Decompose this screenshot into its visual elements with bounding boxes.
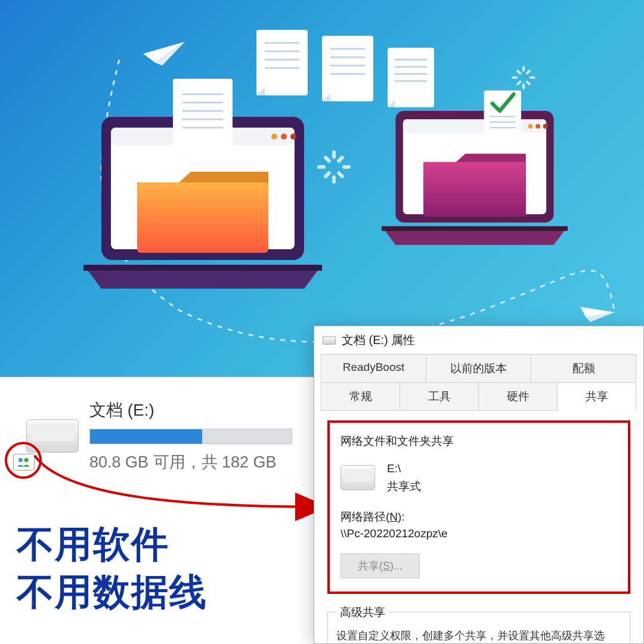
caption-line-1: 不用软件 — [17, 519, 169, 569]
network-share-section: 网络文件和文件夹共享 E:\ 共享式 网络路径(N): \\Pc-2022021… — [327, 420, 630, 594]
svg-rect-30 — [522, 66, 525, 72]
svg-rect-33 — [512, 76, 518, 79]
svg-rect-24 — [342, 165, 351, 169]
tab-sharing[interactable]: 共享 — [557, 382, 636, 411]
svg-rect-47 — [173, 79, 233, 156]
svg-rect-61 — [423, 162, 526, 217]
drive-icon — [340, 465, 375, 490]
svg-point-56 — [528, 124, 533, 129]
svg-rect-25 — [317, 165, 326, 169]
share-section-title: 网络文件和文件夹共享 — [340, 434, 617, 449]
svg-point-58 — [543, 124, 548, 129]
tab-hardware[interactable]: 硬件 — [478, 382, 558, 411]
drive-icon — [323, 336, 336, 345]
share-state: 共享式 — [387, 478, 421, 496]
svg-rect-32 — [530, 76, 535, 79]
svg-rect-36 — [525, 80, 531, 86]
tab-quota[interactable]: 配额 — [531, 354, 636, 382]
svg-marker-45 — [83, 265, 322, 271]
advanced-sharing-title: 高级共享 — [336, 605, 389, 620]
svg-rect-31 — [522, 83, 525, 89]
storage-text: 80.8 GB 可用，共 182 GB — [89, 451, 292, 473]
hero-illustration — [0, 0, 644, 377]
drive-icon — [18, 413, 83, 467]
svg-rect-55 — [403, 119, 546, 133]
dialog-title-bar: 文档 (E:) 属性 — [314, 326, 643, 354]
svg-rect-34 — [525, 69, 531, 75]
svg-point-41 — [271, 134, 277, 140]
share-drive-path: E:\ — [387, 460, 421, 478]
svg-rect-26 — [336, 155, 345, 163]
svg-rect-27 — [323, 171, 332, 179]
svg-rect-23 — [332, 175, 336, 184]
svg-marker-2 — [577, 298, 615, 327]
svg-rect-16 — [388, 48, 434, 107]
share-button[interactable]: 共享(S)... — [340, 553, 420, 578]
properties-dialog: 文档 (E:) 属性 ReadyBoost 以前的版本 配额 常规 工具 硬件 … — [314, 326, 644, 644]
drive-label: 文档 (E:) — [89, 399, 292, 422]
svg-rect-22 — [332, 150, 336, 159]
dialog-title: 文档 (E:) 属性 — [342, 332, 415, 348]
tab-previous-versions[interactable]: 以前的版本 — [426, 354, 531, 382]
network-path-label: 网络路径(N): — [340, 509, 617, 525]
advanced-sharing-text: 设置自定义权限，创建多个共享，并设置其他高级共享选 — [336, 625, 621, 643]
explorer-panel: 文档 (E:) 80.8 GB 可用，共 182 GB 不用软件 不用数据线 — [0, 377, 314, 644]
svg-marker-60 — [382, 226, 568, 231]
svg-point-43 — [290, 134, 296, 140]
storage-bar — [89, 429, 292, 444]
drive-entry[interactable]: 文档 (E:) 80.8 GB 可用，共 182 GB — [18, 399, 292, 473]
svg-rect-10 — [322, 36, 373, 101]
svg-rect-35 — [516, 80, 522, 86]
advanced-sharing-section: 高级共享 设置自定义权限，创建多个共享，并设置其他高级共享选 — [327, 605, 630, 644]
network-path-value: \\Pc-20220212ozpz\e — [340, 527, 617, 540]
svg-rect-62 — [484, 91, 521, 138]
svg-rect-4 — [256, 30, 308, 95]
svg-point-57 — [535, 124, 540, 129]
caption-line-2: 不用数据线 — [17, 567, 208, 617]
svg-point-42 — [281, 134, 287, 140]
svg-rect-29 — [323, 155, 332, 163]
tab-readyboost[interactable]: ReadyBoost — [321, 354, 426, 382]
svg-rect-37 — [516, 69, 522, 75]
tab-tools[interactable]: 工具 — [400, 382, 479, 411]
tab-general[interactable]: 常规 — [321, 382, 400, 411]
svg-rect-28 — [336, 171, 345, 179]
highlight-circle — [5, 442, 42, 479]
file-transfer-illustration — [0, 0, 644, 377]
svg-rect-46 — [137, 182, 268, 253]
tab-strip: ReadyBoost 以前的版本 配额 常规 工具 硬件 共享 — [314, 354, 643, 411]
